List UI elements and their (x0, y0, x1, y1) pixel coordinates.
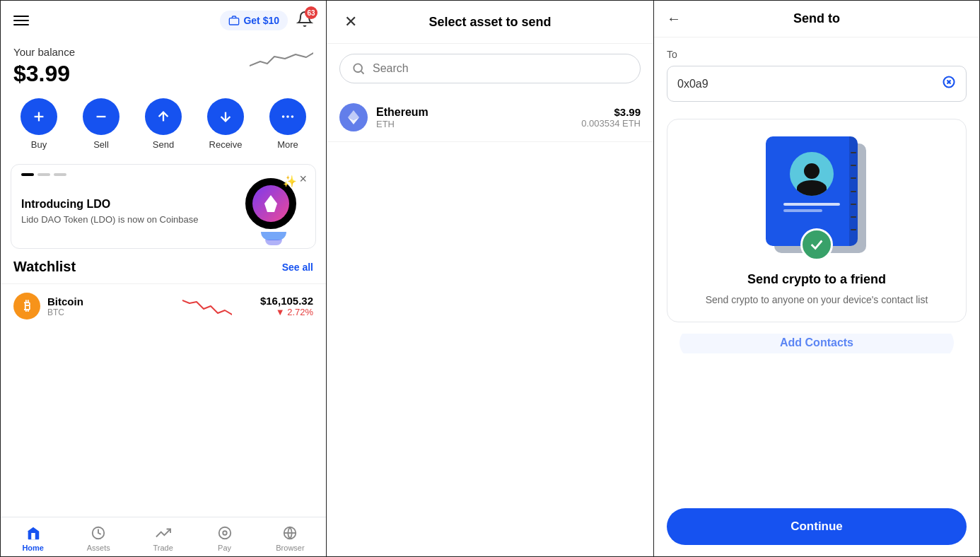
receive-action: Receive (207, 98, 244, 150)
browser-icon (281, 524, 298, 541)
send-card-desc: Send crypto to anyone on your device's c… (706, 293, 928, 307)
svg-point-10 (218, 527, 231, 539)
assets-icon (90, 524, 107, 541)
home-icon (25, 524, 42, 541)
to-label: To (667, 49, 967, 60)
mid-header: ✕ Select asset to send (327, 1, 653, 44)
bitcoin-symbol: BTC (47, 307, 153, 317)
svg-point-6 (282, 115, 285, 118)
promo-dots (21, 173, 66, 176)
back-button[interactable]: ← (667, 11, 681, 27)
close-button[interactable]: ✕ (339, 11, 362, 33)
ethereum-value: $3.99 0.003534 ETH (581, 106, 641, 129)
watchlist-header: Watchlist See all (1, 259, 326, 283)
action-buttons: Buy Sell Send Receive More (1, 98, 326, 164)
receive-button[interactable] (207, 98, 244, 135)
left-header: Get $10 63 (1, 1, 326, 40)
balance-chart-icon (250, 46, 313, 74)
buy-button[interactable] (21, 98, 57, 135)
get-btn-label: Get $10 (243, 15, 279, 26)
promo-icon: ✨ (242, 175, 305, 238)
search-icon (351, 61, 366, 76)
send-crypto-card: Send crypto to a friend Send crypto to a… (667, 119, 967, 322)
more-action: More (269, 98, 306, 150)
hamburger-menu[interactable] (13, 16, 29, 25)
buy-action: Buy (21, 98, 57, 150)
bitcoin-price: $16,105.32 (260, 295, 313, 307)
bitcoin-change: ▼ 2.72% (260, 307, 313, 317)
nav-home-label: Home (22, 544, 44, 552)
left-panel: Get $10 63 Your balance $3.99 (0, 0, 327, 557)
more-button[interactable] (269, 98, 306, 135)
bell-wrapper[interactable]: 63 (296, 11, 313, 30)
sell-action: Sell (83, 98, 119, 150)
add-contacts-button[interactable]: Add Contacts (679, 334, 954, 353)
nav-trade-label: Trade (153, 544, 173, 552)
sell-button[interactable] (83, 98, 119, 135)
checkmark-icon (809, 237, 824, 252)
promo-desc: Lido DAO Token (LDO) is now on Coinbase (21, 213, 242, 226)
svg-point-14 (354, 64, 362, 72)
search-bar (339, 54, 641, 83)
nav-home[interactable]: Home (22, 524, 44, 552)
balance-amount: $3.99 (13, 61, 75, 87)
nav-pay-label: Pay (218, 544, 231, 552)
nav-trade[interactable]: Trade (153, 524, 173, 552)
more-label: More (277, 139, 298, 150)
receive-label: Receive (209, 139, 243, 150)
send-button[interactable] (145, 98, 182, 135)
balance-label: Your balance (13, 46, 75, 58)
bitcoin-list-item[interactable]: ₿ Bitcoin BTC $16,105.32 ▼ 2.72% (1, 283, 326, 328)
notification-badge: 63 (305, 6, 317, 19)
bitcoin-info: Bitcoin BTC (47, 295, 153, 317)
trade-icon (155, 524, 172, 541)
watchlist-title: Watchlist (13, 259, 76, 275)
balance-section: Your balance $3.99 (1, 40, 326, 98)
search-input[interactable] (373, 62, 629, 75)
send-card-title: Send crypto to a friend (747, 272, 886, 287)
buy-label: Buy (31, 139, 47, 150)
continue-button[interactable]: Continue (667, 508, 967, 545)
promo-title: Introducing LDO (21, 198, 242, 211)
promo-card: × Introducing LDO Lido DAO Token (LDO) i… (11, 164, 316, 249)
svg-rect-0 (230, 18, 239, 25)
get-money-button[interactable]: Get $10 (220, 11, 288, 30)
to-section: To 0x0a9 (654, 37, 979, 113)
svg-point-7 (286, 115, 289, 118)
nav-browser-label: Browser (276, 544, 304, 552)
to-input-wrapper: 0x0a9 (667, 66, 967, 102)
header-right: Get $10 63 (220, 11, 313, 30)
ethereum-name: Ethereum (376, 106, 581, 119)
sell-label: Sell (93, 139, 109, 150)
bitcoin-name: Bitcoin (47, 295, 153, 307)
svg-point-8 (291, 115, 294, 118)
nav-pay[interactable]: Pay (216, 524, 233, 552)
ethereum-symbol: ETH (376, 119, 581, 129)
send-label: Send (153, 139, 174, 150)
nav-browser[interactable]: Browser (276, 524, 304, 552)
right-panel: ← Send to To 0x0a9 (653, 0, 980, 557)
svg-line-15 (361, 71, 364, 74)
nav-assets[interactable]: Assets (87, 524, 110, 552)
send-to-title: Send to (688, 11, 967, 26)
bitcoin-chart (153, 293, 259, 319)
select-asset-title: Select asset to send (362, 15, 618, 30)
see-all-link[interactable]: See all (282, 262, 313, 273)
bitcoin-price-info: $16,105.32 ▼ 2.72% (260, 295, 313, 317)
ethereum-icon (339, 103, 368, 131)
middle-panel: ✕ Select asset to send Ethereum ETH $3.9… (327, 0, 653, 557)
nav-assets-label: Assets (87, 544, 110, 552)
ethereum-info: Ethereum ETH (376, 106, 581, 129)
ethereum-usd: $3.99 (581, 106, 641, 118)
pay-icon (216, 524, 233, 541)
ethereum-crypto: 0.003534 ETH (581, 118, 641, 129)
clear-address-button[interactable] (942, 75, 956, 93)
contact-book-illustration (760, 134, 873, 261)
send-action: Send (145, 98, 182, 150)
promo-content: Introducing LDO Lido DAO Token (LDO) is … (21, 187, 242, 226)
to-address-value: 0x0a9 (677, 78, 708, 90)
bitcoin-icon: ₿ (13, 293, 40, 319)
right-header: ← Send to (654, 1, 979, 37)
ethereum-asset-item[interactable]: Ethereum ETH $3.99 0.003534 ETH (327, 93, 653, 142)
bottom-nav: Home Assets Trade Pay Browser (1, 517, 326, 556)
